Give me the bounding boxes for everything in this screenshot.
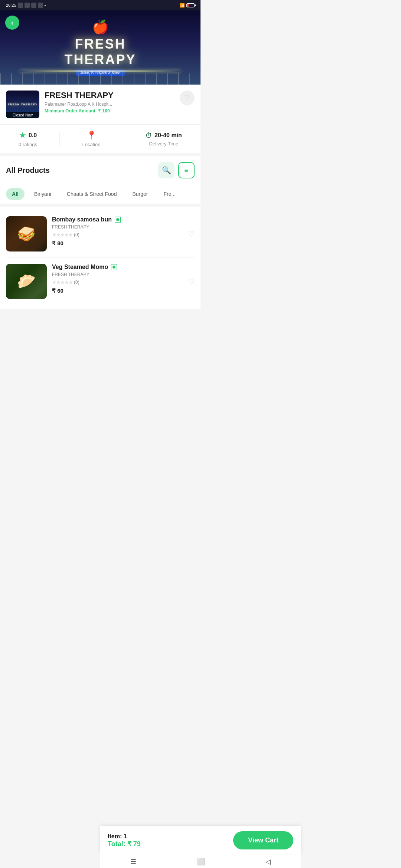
- product-price-0: ₹ 80: [52, 240, 183, 247]
- location-icon: 📍: [87, 131, 97, 140]
- battery-icon: [186, 3, 195, 7]
- rating-count-1: (0): [74, 280, 79, 285]
- restaurant-name: FRESH THERAPY: [45, 91, 175, 100]
- veg-badge-0: [115, 217, 121, 223]
- rating-label: 0 ratings: [19, 142, 37, 147]
- search-icon: 🔍: [162, 166, 171, 175]
- search-button[interactable]: 🔍: [158, 162, 175, 178]
- location-stat[interactable]: 📍 Location: [82, 131, 100, 147]
- product-details-1: Veg Steamed Momo FRESH THERAPY ★★★★★ (0)…: [52, 264, 183, 299]
- product-image-1: 🥟: [6, 264, 47, 299]
- product-name-1: Veg Steamed Momo: [52, 264, 108, 270]
- restaurant-details: FRESH THERAPY Palamaner Road,opp A K Hos…: [45, 91, 175, 114]
- category-tab-biriyani[interactable]: Biriyani: [28, 188, 57, 200]
- product-rating-0: ★★★★★ (0): [52, 232, 183, 238]
- app-icon-4: [38, 3, 43, 8]
- delivery-label: Delivery Time: [149, 141, 179, 147]
- category-tab-all[interactable]: All: [6, 188, 25, 200]
- product-name-row-1: Veg Steamed Momo: [52, 264, 183, 270]
- momo-food-image: 🥟: [6, 264, 47, 299]
- location-label: Location: [82, 142, 100, 147]
- veg-dot-1: [113, 266, 115, 269]
- delivery-time: 20-40 min: [154, 132, 182, 139]
- products-list: 🥪 Bombay samosa bun FRESH THERAPY ★★★★★ …: [0, 207, 200, 309]
- product-rating-1: ★★★★★ (0): [52, 279, 183, 285]
- restaurant-address: Palamaner Road,opp A K Hospit...: [45, 102, 175, 107]
- stats-row: ★ 0.0 0 ratings 📍 Location ⏱ 20-40 min D…: [0, 124, 200, 153]
- product-image-0: 🥪: [6, 216, 47, 251]
- veg-badge-1: [111, 264, 117, 270]
- stars-0: ★★★★★: [52, 232, 72, 238]
- app-icon-3: [31, 3, 36, 8]
- hero-banner: ‹ 🍎 FRESH THERAPY Juice, Sandwich & More: [0, 10, 200, 85]
- stat-divider-2: [123, 132, 123, 147]
- filter-button[interactable]: ≡: [178, 162, 195, 178]
- status-time: 20:25: [6, 3, 16, 7]
- app-icon-2: [25, 3, 30, 8]
- product-details-0: Bombay samosa bun FRESH THERAPY ★★★★★ (0…: [52, 216, 183, 251]
- delivery-stat: ⏱ 20-40 min Delivery Time: [146, 132, 182, 147]
- rating-stat: ★ 0.0 0 ratings: [19, 131, 37, 147]
- thumb-logo-text: FRESH THERAPY: [8, 103, 38, 106]
- samosa-food-image: 🥪: [6, 216, 47, 251]
- product-price-1: ₹ 60: [52, 287, 183, 294]
- filter-icon: ≡: [184, 166, 189, 175]
- signal-icon: 📶: [180, 3, 185, 8]
- favorite-button[interactable]: ♡: [180, 91, 195, 105]
- product-fav-button-0[interactable]: ♡: [188, 230, 195, 239]
- dot-indicator: •: [45, 3, 46, 7]
- rating-count-0: (0): [74, 232, 79, 237]
- back-button[interactable]: ‹: [5, 16, 19, 30]
- closed-badge: Closed Now: [6, 112, 39, 118]
- product-brand-0: FRESH THERAPY: [52, 224, 183, 230]
- product-brand-1: FRESH THERAPY: [52, 272, 183, 277]
- status-bar: 20:25 • 📶: [0, 0, 200, 10]
- hero-sign: 🍎 FRESH THERAPY Juice, Sandwich & More: [50, 19, 150, 76]
- app-icon-1: [18, 3, 23, 8]
- hero-title: FRESH THERAPY: [50, 36, 150, 68]
- star-icon: ★: [19, 131, 26, 140]
- product-card-1: 🥟 Veg Steamed Momo FRESH THERAPY ★★★★★ (…: [6, 258, 195, 305]
- neon-decoration: [20, 70, 180, 72]
- header-actions: 🔍 ≡: [158, 162, 195, 178]
- product-card-0: 🥪 Bombay samosa bun FRESH THERAPY ★★★★★ …: [6, 210, 195, 258]
- product-name-row-0: Bombay samosa bun: [52, 216, 183, 223]
- category-tab-burger[interactable]: Burger: [126, 188, 154, 200]
- category-tabs: All Biriyani Chaats & Street Food Burger…: [0, 184, 200, 204]
- rating-value: 0.0: [29, 132, 37, 139]
- restaurant-info: FRESH THERAPY Closed Now FRESH THERAPY P…: [0, 85, 200, 124]
- veg-dot-0: [116, 218, 119, 221]
- product-name-0: Bombay samosa bun: [52, 216, 112, 223]
- category-tab-chaats[interactable]: Chaats & Street Food: [61, 188, 123, 200]
- restaurant-thumbnail: FRESH THERAPY Closed Now: [6, 91, 39, 118]
- hero-apple-icon: 🍎: [50, 19, 150, 35]
- min-order: Minimum Order Amount ₹ 100: [45, 108, 175, 114]
- products-title: All Products: [6, 166, 50, 175]
- category-tab-fre[interactable]: Fre...: [157, 188, 182, 200]
- products-header: All Products 🔍 ≡: [0, 156, 200, 184]
- structure-decoration: [0, 73, 200, 85]
- product-fav-button-1[interactable]: ♡: [188, 277, 195, 286]
- stars-1: ★★★★★: [52, 279, 72, 285]
- timer-icon: ⏱: [146, 132, 152, 139]
- min-order-value: ₹ 100: [98, 108, 110, 114]
- stat-divider-1: [59, 132, 60, 147]
- min-order-label: Minimum Order Amount: [45, 108, 95, 114]
- bottom-spacer: [0, 309, 200, 346]
